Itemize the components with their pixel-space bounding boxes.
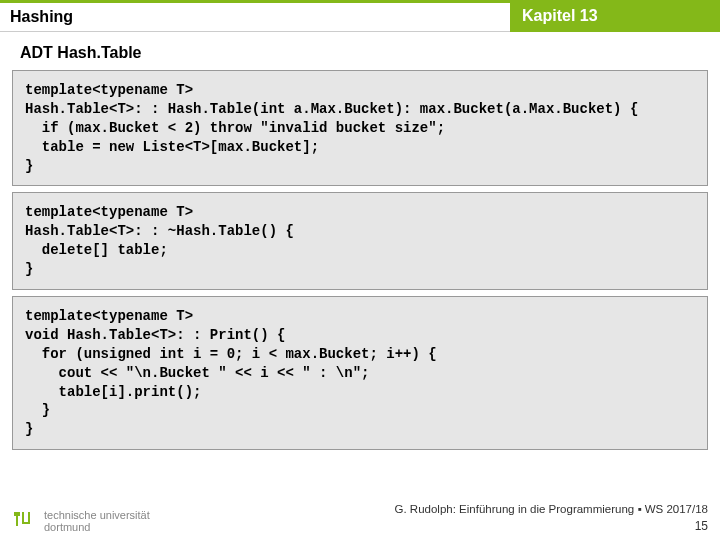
credit-text: G. Rudolph: Einführung in die Programmie…	[395, 502, 708, 518]
slide-header: Hashing Kapitel 13	[0, 0, 720, 32]
tu-logo-icon	[12, 508, 38, 534]
header-topic: Hashing	[0, 0, 510, 32]
code-block-print: template<typename T> void Hash.Table<T>:…	[12, 296, 708, 450]
header-chapter: Kapitel 13	[510, 0, 720, 32]
slide-subtitle: ADT Hash.Table	[0, 32, 720, 70]
university-logo-text: technische universität dortmund	[44, 509, 150, 533]
code-block-destructor: template<typename T> Hash.Table<T>: : ~H…	[12, 192, 708, 290]
university-logo: technische universität dortmund	[12, 508, 150, 534]
logo-line-2: dortmund	[44, 521, 150, 533]
svg-rect-4	[22, 522, 30, 524]
page-number: 15	[395, 518, 708, 534]
logo-line-1: technische universität	[44, 509, 150, 521]
slide-footer: technische universität dortmund G. Rudol…	[12, 502, 708, 534]
footer-credit: G. Rudolph: Einführung in die Programmie…	[395, 502, 708, 534]
svg-rect-1	[16, 512, 18, 526]
code-block-constructor: template<typename T> Hash.Table<T>: : Ha…	[12, 70, 708, 186]
